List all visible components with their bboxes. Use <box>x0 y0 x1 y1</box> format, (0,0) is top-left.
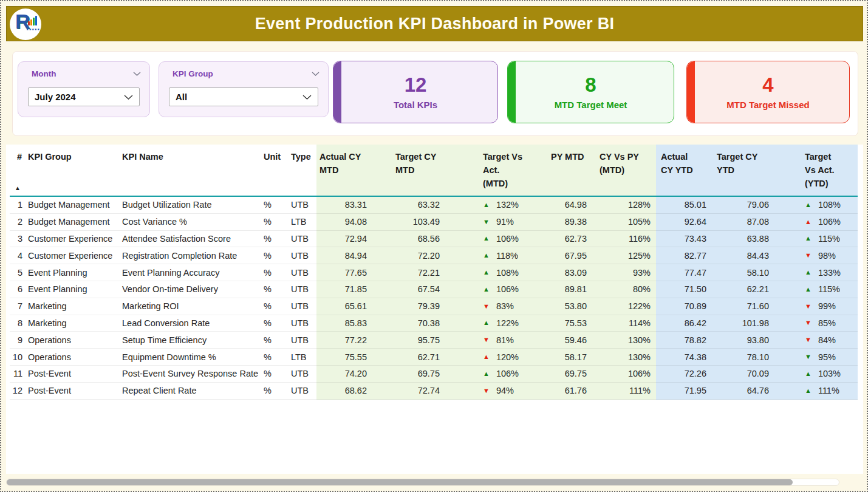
sort-ascending-icon[interactable]: ▲ <box>15 185 21 191</box>
table-cell: 69.75 <box>372 366 445 383</box>
chevron-down-icon <box>124 92 133 103</box>
kpi-group-dropdown[interactable]: All <box>169 87 318 106</box>
column-header[interactable]: PY MTD <box>527 145 592 196</box>
table-cell: ▲111% <box>774 383 858 400</box>
table-row[interactable]: 10OperationsEquipment Downtime %%LTB75.5… <box>10 349 858 366</box>
table-row[interactable]: 6Event PlanningVendor On-time Delivery%U… <box>10 281 858 298</box>
mtd-target-missed-label: MTD Target Missed <box>726 100 809 110</box>
table-row[interactable]: 8MarketingLead Conversion Rate%UTB85.837… <box>10 315 858 332</box>
table-row[interactable]: 2Budget ManagementCost Variance %%LTB94.… <box>10 214 858 231</box>
table-cell: ▼81% <box>445 332 527 349</box>
table-cell: 10 <box>10 349 28 366</box>
table-row[interactable]: 7MarketingMarketing ROI%UTB65.6179.39▼83… <box>10 298 858 315</box>
column-header[interactable]: KPI Name <box>122 145 261 196</box>
table-cell: Marketing <box>28 298 122 315</box>
variance-value: 103% <box>818 369 841 378</box>
variance-value: 115% <box>818 284 840 294</box>
variance-value: 133% <box>818 268 841 278</box>
table-cell: 89.81 <box>527 281 592 298</box>
table-cell: 64.76 <box>712 383 774 400</box>
table-cell: Event Planning Accuracy <box>122 264 261 281</box>
table-cell: % <box>261 366 287 383</box>
table-cell: ▲106% <box>445 231 527 248</box>
table-row[interactable]: 9OperationsSetup Time Efficiency%UTB77.2… <box>10 332 858 349</box>
table-cell: 68.56 <box>372 231 445 248</box>
table-cell: Event Planning <box>28 264 122 281</box>
logo-icon: R ★★★★★ <box>10 9 41 40</box>
table-cell: ▲122% <box>445 315 527 332</box>
table-cell: % <box>261 264 287 281</box>
table-cell: 67.95 <box>527 247 592 264</box>
column-header[interactable]: KPI Group <box>28 145 122 196</box>
up-arrow-icon: ▲ <box>483 202 490 208</box>
header-bar: R ★★★★★ Event Production KPI Dashboard i… <box>6 6 863 41</box>
table-cell: Setup Time Efficiency <box>122 332 261 349</box>
variance-value: 91% <box>496 217 514 227</box>
table-cell: ▼83% <box>445 298 527 315</box>
table-row[interactable]: 5Event PlanningEvent Planning Accuracy%U… <box>10 264 858 281</box>
column-header[interactable]: Actual CY MTD <box>316 145 372 196</box>
table-cell: Registration Completion Rate <box>122 247 261 264</box>
table-cell: ▼94% <box>445 383 527 400</box>
variance-value: 106% <box>818 217 841 227</box>
table-cell: % <box>261 349 287 366</box>
column-header[interactable]: Target CY MTD <box>372 145 445 196</box>
table-row[interactable]: 12Post-EventRepeat Client Rate%UTB68.627… <box>10 383 858 400</box>
table-cell: 79.39 <box>372 298 445 315</box>
down-arrow-icon: ▼ <box>483 303 490 310</box>
table-cell: 94.08 <box>316 214 372 231</box>
table-cell: Customer Experience <box>28 231 122 248</box>
table-cell: 83.31 <box>316 197 372 214</box>
variance-value: 81% <box>496 335 514 345</box>
table-cell: Repeat Client Rate <box>122 383 261 400</box>
column-header[interactable]: Type <box>287 145 316 196</box>
table-cell: 9 <box>10 332 28 349</box>
column-header[interactable]: Unit <box>261 145 287 196</box>
page-title: Event Production KPI Dashboard in Power … <box>255 15 615 33</box>
table-cell: 12 <box>10 383 28 400</box>
table-cell: 1 <box>10 197 28 214</box>
total-kpis-value: 12 <box>405 74 427 96</box>
table-cell: Budget Management <box>28 197 122 214</box>
table-cell: Operations <box>28 332 122 349</box>
month-dropdown[interactable]: July 2024 <box>28 87 140 106</box>
table-cell: 75.53 <box>527 315 592 332</box>
up-arrow-icon: ▲ <box>483 269 490 276</box>
table-body: 1Budget ManagementBudget Utilization Rat… <box>10 197 858 400</box>
variance-value: 85% <box>818 318 836 328</box>
up-arrow-icon: ▲ <box>805 219 812 225</box>
table-cell: 85.83 <box>316 315 372 332</box>
table-cell: Marketing <box>28 315 122 332</box>
scrollbar-thumb[interactable] <box>7 479 793 485</box>
card-accent-bar <box>508 61 516 123</box>
column-header[interactable]: Target Vs Act. (MTD) <box>445 145 527 196</box>
table-cell: ▲132% <box>445 197 527 214</box>
table-cell: LTB <box>287 214 316 231</box>
column-header[interactable]: Actual CY YTD <box>656 145 712 196</box>
table-cell: UTB <box>287 197 316 214</box>
table-cell: 67.54 <box>372 281 445 298</box>
table-cell: 7 <box>10 298 28 315</box>
column-header[interactable]: CY Vs PY (MTD) <box>592 145 656 196</box>
table-cell: ▲106% <box>445 366 527 383</box>
up-arrow-icon: ▲ <box>483 286 490 293</box>
up-arrow-icon: ▲ <box>805 388 812 394</box>
chevron-down-icon[interactable] <box>312 68 320 79</box>
down-arrow-icon: ▼ <box>805 252 812 259</box>
table-cell: 5 <box>10 264 28 281</box>
table-cell: 78.82 <box>656 332 712 349</box>
table-cell: ▼91% <box>445 214 527 231</box>
table-row[interactable]: 3Customer ExperienceAttendee Satisfactio… <box>10 231 858 248</box>
table-cell: Post-Event Survey Response Rate <box>122 366 261 383</box>
horizontal-scrollbar[interactable] <box>6 479 839 486</box>
mtd-target-meet-label: MTD Target Meet <box>555 100 627 110</box>
table-row[interactable]: 1Budget ManagementBudget Utilization Rat… <box>10 197 858 214</box>
table-row[interactable]: 11Post-EventPost-Event Survey Response R… <box>10 366 858 383</box>
chevron-down-icon[interactable] <box>133 68 141 79</box>
table-cell: 74.20 <box>316 366 372 383</box>
column-header[interactable]: Target CY YTD <box>712 145 774 196</box>
column-header[interactable]: Target Vs Act. (YTD) <box>774 145 858 196</box>
table-cell: 72.94 <box>316 231 372 248</box>
table-row[interactable]: 4Customer ExperienceRegistration Complet… <box>10 247 858 264</box>
variance-value: 106% <box>496 284 519 294</box>
